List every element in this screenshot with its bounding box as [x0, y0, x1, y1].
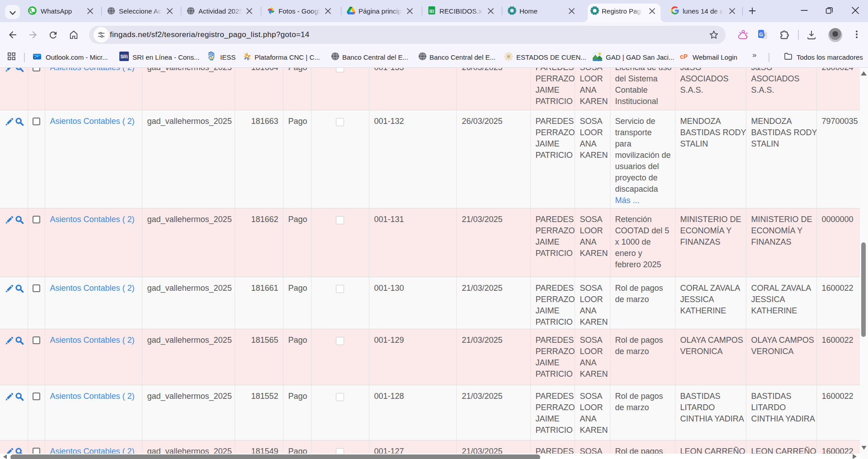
svg-text:cP: cP — [680, 53, 688, 60]
svg-text:G: G — [759, 32, 763, 37]
